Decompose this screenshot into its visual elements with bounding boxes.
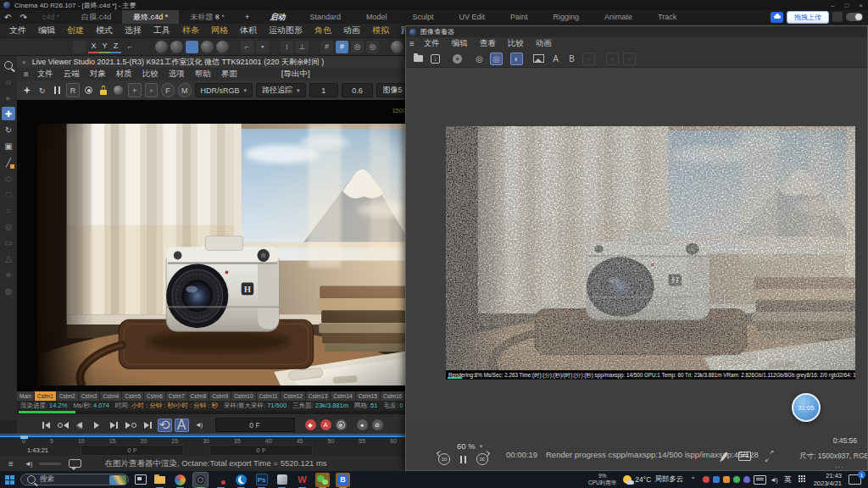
new-doc-tab-button[interactable]: + bbox=[236, 10, 258, 24]
polygon-mode-icon[interactable]: ▪ bbox=[256, 41, 269, 53]
extension-icon[interactable] bbox=[832, 12, 843, 22]
render-pass-tab[interactable]: Cstm2 bbox=[57, 391, 79, 401]
goto-end-button[interactable] bbox=[141, 419, 155, 432]
keyframe-mode-button[interactable]: ⊘ bbox=[372, 419, 383, 430]
search-input[interactable]: 搜索 bbox=[20, 474, 129, 485]
search-icon[interactable] bbox=[2, 58, 15, 72]
tray-speaker-icon[interactable]: ◄) bbox=[770, 476, 777, 484]
play-tool-icon[interactable]: ▸ bbox=[2, 91, 15, 104]
camera-tool-icon[interactable]: △ bbox=[2, 252, 15, 265]
next-frame-button[interactable] bbox=[107, 419, 121, 432]
tray-monitor-icon[interactable] bbox=[754, 475, 766, 485]
history-back-icon[interactable]: ▫ bbox=[606, 53, 619, 65]
render-pass-tab[interactable]: Cstm4 bbox=[100, 391, 122, 401]
sphere-icon[interactable]: ○ bbox=[2, 203, 15, 217]
render-pass-tab[interactable]: Cstm5 bbox=[122, 391, 144, 401]
doc-tab-untitled6[interactable]: 未标题 6 * bbox=[179, 10, 236, 24]
menu-item[interactable]: 模拟 bbox=[366, 25, 395, 36]
axis-x-lock[interactable]: X bbox=[88, 41, 99, 53]
rotate-tool-icon[interactable]: ↻ bbox=[2, 123, 15, 136]
live-viewer-menu-item[interactable]: 界面 bbox=[216, 69, 242, 80]
material-ball-icon[interactable] bbox=[113, 84, 125, 97]
compare-a-button[interactable]: A bbox=[549, 53, 562, 65]
render-pass-tab[interactable]: Cstm10 bbox=[231, 391, 256, 401]
material-tool-icon[interactable]: ◍ bbox=[2, 284, 15, 297]
hamburger-icon[interactable]: ≡ bbox=[406, 39, 418, 48]
tray-expand-icon[interactable]: ⌃ bbox=[690, 476, 696, 484]
doc-tab-baimo[interactable]: 白膜.c4d bbox=[70, 10, 122, 24]
doc-tab-partial[interactable]: c4d * bbox=[31, 10, 71, 24]
browser-icon[interactable] bbox=[173, 473, 187, 487]
axis-z-lock[interactable]: Z bbox=[110, 41, 121, 53]
speaker-icon[interactable]: ◄) bbox=[25, 460, 32, 468]
light-tool-icon[interactable]: ✳ bbox=[2, 268, 15, 281]
workspace-tab-animate[interactable]: Animate bbox=[592, 10, 645, 24]
history-icon[interactable] bbox=[391, 41, 403, 53]
netdisk-icon[interactable] bbox=[771, 12, 783, 23]
autokey-toggle[interactable]: A bbox=[175, 419, 189, 432]
wechat-icon[interactable] bbox=[315, 473, 330, 487]
picture-viewer-menu-item[interactable]: 查看 bbox=[474, 38, 502, 49]
menu-item[interactable]: 体积 bbox=[234, 25, 263, 36]
octane-star-icon[interactable] bbox=[21, 84, 33, 97]
picture-viewer-menu-item[interactable]: 编辑 bbox=[446, 38, 474, 49]
menu-item[interactable]: 角色 bbox=[309, 25, 337, 36]
start-tab[interactable]: 启动 bbox=[258, 10, 297, 24]
scale-tool-icon[interactable]: ▣ bbox=[2, 139, 15, 152]
lock-resolution-icon[interactable] bbox=[97, 84, 109, 97]
live-viewer-menu-item[interactable]: 帮助 bbox=[190, 69, 216, 80]
quantize-icon[interactable] bbox=[170, 41, 183, 53]
keyframe-diamond-icon[interactable]: ◇ bbox=[76, 420, 83, 430]
more-icon[interactable]: ... bbox=[835, 462, 843, 469]
picture-viewer-menu-item[interactable]: 文件 bbox=[418, 38, 446, 49]
object-mode-icon[interactable] bbox=[216, 41, 229, 53]
compare-split-icon[interactable]: ◐ bbox=[510, 53, 523, 65]
image-layers-icon[interactable] bbox=[532, 53, 545, 65]
live-selection-icon[interactable]: ◌ bbox=[2, 75, 15, 88]
workspace-tab-sculpt[interactable]: Sculpt bbox=[399, 10, 446, 24]
workspace-tab-standard[interactable]: Standard bbox=[297, 10, 353, 24]
live-viewer-close-icon[interactable]: × bbox=[22, 58, 26, 66]
photoshop-icon[interactable]: Ps bbox=[254, 473, 269, 487]
pass-tab-main[interactable]: Main bbox=[17, 391, 35, 401]
keyframe-filter-button[interactable]: ● bbox=[357, 419, 368, 430]
pass-tab-cstm1[interactable]: Cstm1 bbox=[35, 391, 57, 401]
picture-viewer-menu-item[interactable]: 比较 bbox=[502, 38, 530, 49]
spline-icon[interactable]: ◇ bbox=[2, 171, 15, 185]
doc-tab-zuizhong[interactable]: 最终.c4d * bbox=[122, 10, 179, 24]
target-icon-2[interactable]: ◎ bbox=[366, 41, 379, 53]
octane-taskbar-icon[interactable] bbox=[214, 473, 228, 487]
menu-item[interactable]: 运动图形 bbox=[263, 25, 309, 36]
pause-icon[interactable] bbox=[460, 456, 466, 463]
wps-icon[interactable]: W bbox=[295, 473, 309, 487]
file-explorer-icon[interactable] bbox=[153, 473, 167, 487]
gamma-field[interactable]: 0.6 bbox=[342, 83, 374, 97]
skip-forward-button[interactable]: 30 bbox=[476, 453, 488, 465]
picture-viewer-menu-item[interactable]: 动画 bbox=[530, 38, 558, 49]
zoom-level-select[interactable]: 60 %▾ bbox=[457, 441, 482, 451]
grid-icon[interactable]: # bbox=[320, 41, 333, 53]
countdown-timer-badge[interactable]: 31:05 bbox=[792, 393, 821, 422]
colorspace-select[interactable]: HDR/sRGB▾ bbox=[195, 83, 253, 97]
render-pass-tab[interactable]: Cstm9 bbox=[209, 391, 231, 401]
record-keyframe-button[interactable]: ◆ bbox=[305, 419, 316, 430]
render-pass-tab[interactable]: Cstm7 bbox=[166, 391, 188, 401]
cube-icon[interactable]: □ bbox=[2, 187, 15, 201]
weather-widget[interactable]: 24°C 局部多云 bbox=[623, 474, 683, 485]
hamburger-icon[interactable]: ≡ bbox=[5, 459, 17, 469]
picture-viewer-titlebar[interactable]: 图像查看器 bbox=[406, 26, 867, 37]
live-viewer-viewport[interactable]: 1500* bbox=[17, 100, 415, 391]
doc-close-icon[interactable]: × bbox=[215, 13, 220, 21]
subsample-field[interactable]: 1 bbox=[309, 83, 338, 97]
render-pass-tab[interactable]: Cstm13 bbox=[306, 391, 331, 401]
render-pass-tab[interactable]: Cstm16 bbox=[381, 391, 405, 401]
keyboard-icon[interactable] bbox=[738, 452, 751, 461]
prev-key-button[interactable] bbox=[56, 419, 70, 432]
render-pass-tab[interactable]: Cstm8 bbox=[188, 391, 210, 401]
touch-keyboard-icon[interactable] bbox=[798, 475, 807, 484]
live-viewer-menu-item[interactable]: 材质 bbox=[111, 69, 137, 80]
cloner-icon[interactable]: ◎ bbox=[2, 219, 15, 233]
expand-icon[interactable] bbox=[765, 452, 774, 461]
workspace-tab-track[interactable]: Track bbox=[645, 10, 689, 24]
pen-tool-icon[interactable]: ╱ bbox=[2, 155, 15, 169]
